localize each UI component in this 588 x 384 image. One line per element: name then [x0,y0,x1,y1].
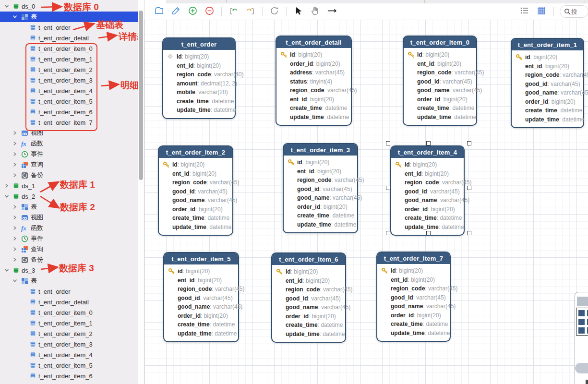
entity-field-order_id[interactable]: order_id: bigint(20) [280,60,348,69]
tree-item-t_ent_order[interactable]: t_ent_order [0,22,138,33]
entity-field-ent_id[interactable]: ent_id: bigint(20) [168,276,235,285]
entity-t_ent_order_item_3[interactable]: t_ent_order_item_3id: bigint(20)ent_id: … [283,143,358,233]
entity-field-region_code[interactable]: region_code: varchar(45) [276,285,342,294]
entity-field-region_code[interactable]: region_code: varchar(45) [408,68,473,77]
entity-field-create_time[interactable]: create_time: datetime [167,97,232,106]
minimap-viewport[interactable] [576,308,588,336]
tree-item-备份[interactable]: 备份 [0,170,138,180]
entity-t_ent_order_item_5[interactable]: t_ent_order_item_5id: bigint(20)ent_id: … [163,252,239,342]
chevron-right-icon[interactable] [12,162,18,168]
chevron-right-icon[interactable] [12,246,18,252]
chevron-down-icon[interactable] [12,278,18,284]
entity-field-good_name[interactable]: good_name: varchar(45) [381,302,447,311]
entity-field-update_time[interactable]: update_time: datetime [381,329,447,338]
entity-field-good_name[interactable]: good_name: varchar(45) [288,193,354,203]
entity-field-order_id[interactable]: order_id: bigint(20) [516,97,580,107]
entity-t_ent_order_item_2[interactable]: t_ent_order_item_2id: bigint(20)ent_id: … [158,145,233,236]
sidebar-scrollbar-thumb[interactable] [139,11,143,180]
tree-item-t_ent_order_item_0[interactable]: t_ent_order_item_0 [0,307,138,318]
chevron-down-icon[interactable] [4,193,10,199]
tree-item-t_ent_order_item_7[interactable]: t_ent_order_item_7 [0,117,138,128]
grid-button[interactable] [536,6,547,17]
entity-t_ent_order_item_7[interactable]: t_ent_order_item_7id: bigint(20)ent_id: … [376,252,451,342]
tree-item-事件[interactable]: 事件 [0,233,138,244]
connector-button[interactable] [326,6,337,17]
tree-item-t_ent_order_item_6[interactable]: t_ent_order_item_6 [0,107,138,117]
entity-field-good_name[interactable]: good_name: varchar(45) [276,303,342,312]
active-tab[interactable] [144,0,166,3]
entity-field-update_time[interactable]: update_time: datetime [288,220,354,229]
folder-button[interactable] [153,6,165,17]
entity-field-update_time[interactable]: update_time: datetime [395,223,461,232]
entity-field-mobile[interactable]: mobile: varchar(20) [167,88,232,97]
entity-field-ent_id[interactable]: ent_id: bigint(20) [163,169,229,179]
entity-field-good_name[interactable]: good_name: varchar(45) [163,196,229,205]
entity-field-update_time[interactable]: update_time: datetime [516,115,580,124]
entity-field-create_time[interactable]: create_time: datetime [280,104,348,113]
search-box[interactable] [560,5,588,18]
entity-field-update_time[interactable]: update_time: datetime [408,113,473,122]
tree-item-t_ent_order_item_6[interactable]: t_ent_order_item_6 [0,371,138,381]
chevron-right-icon[interactable] [12,225,18,231]
entity-t_ent_order_item_6[interactable]: t_ent_order_item_6id: bigint(20)ent_id: … [271,252,346,343]
entity-field-region_code[interactable]: region_code: varchar(45) [280,86,348,95]
entity-field-good_id[interactable]: good_id: varchar(45) [288,185,354,194]
chevron-down-icon[interactable] [4,3,10,9]
entity-field-ent_id[interactable]: ent_id: bigint(20) [276,276,342,286]
entity-t_ent_order_detail[interactable]: t_ent_order_detailid: bigint(20)order_id… [276,36,352,126]
tree-item-t_ent_order_item_0[interactable]: t_ent_order_item_0 [0,43,138,54]
tree-item-t_ent_order_item_4[interactable]: t_ent_order_item_4 [0,349,138,360]
entity-field-region_code[interactable]: region_code: varchar(45) [163,178,229,187]
selection-handle[interactable] [426,231,431,235]
tree-item-t_ent_order_item_1[interactable]: t_ent_order_item_1 [0,318,138,328]
redo-button[interactable] [244,6,256,17]
entity-field-id[interactable]: id: bigint(20) [381,266,447,276]
pencil-button[interactable] [170,6,181,17]
entity-t_ent_order_item_1[interactable]: t_ent_order_item_1id: bigint(20)ent_id: … [511,38,584,128]
minus-button[interactable] [204,6,215,17]
entity-field-amount[interactable]: amount: decimal(12, 2) [167,79,232,88]
entity-field-order_id[interactable]: order_id: bigint(20) [395,205,461,214]
entity-field-good_id[interactable]: good_id: varchar(45) [276,294,342,303]
tree-item-t_ent_order_item_5[interactable]: t_ent_order_item_5 [0,360,138,371]
entity-field-good_name[interactable]: good_name: varchar(45) [168,302,235,312]
entity-field-region_code[interactable]: region_code: varchar(40) [167,70,232,79]
entity-field-update_time[interactable]: update_time: datetime [168,329,235,338]
entity-field-create_time[interactable]: create_time: datetime [163,214,229,223]
plus-button[interactable] [187,6,198,17]
tree-item-t_ent_order_item_2[interactable]: t_ent_order_item_2 [0,328,138,339]
entity-field-ent_id[interactable]: ent_id: bigint(20) [516,62,580,71]
entity-field-region_code[interactable]: region_code: varchar(45) [395,178,461,187]
entity-field-create_time[interactable]: create_time: datetime [516,106,580,115]
entity-field-order_id[interactable]: order_id: bigint(20) [288,203,354,212]
entity-field-status[interactable]: status: tinyint(4) [280,77,348,86]
tree-item-ds_0[interactable]: ds_0 [0,1,138,12]
tree-item-表[interactable]: 表 [0,12,138,22]
tree-item-备份[interactable]: 备份 [0,254,138,265]
entity-field-good_name[interactable]: good_name: varchar(45) [395,196,461,205]
entity-field-id[interactable]: id: bigint(20) [163,160,229,169]
entity-field-good_id[interactable]: good_id: varchar(45) [163,187,229,196]
minimap-slider[interactable] [575,363,588,373]
chevron-right-icon[interactable] [12,130,18,136]
selection-handle[interactable] [386,186,390,190]
entity-t_ent_order_item_0[interactable]: t_ent_order_item_0id: bigint(20)ent_id: … [403,36,477,126]
entity-field-good_id[interactable]: good_id: varchar(45) [408,77,473,86]
entity-field-order_id[interactable]: order_id: bigint(20) [163,205,229,214]
entity-field-create_time[interactable]: create_time: datetime [395,214,461,223]
chevron-right-icon[interactable] [12,257,18,263]
selection-handle[interactable] [467,186,471,190]
refresh-button[interactable] [268,6,280,17]
entity-field-id[interactable]: id: bigint(20) [516,53,580,62]
entity-field-good_id[interactable]: good_id: varchar(45) [516,80,580,89]
list-button[interactable] [519,6,530,17]
tree-item-t_ent_order_item_1[interactable]: t_ent_order_item_1 [0,54,138,64]
entity-field-update_time[interactable]: update_time: datetime [163,223,229,232]
entity-field-create_time[interactable]: create_time: datetime [381,320,447,329]
tree-item-t_ent_order_item_4[interactable]: t_ent_order_item_4 [0,85,138,96]
tree-item-查询[interactable]: 查询 [0,244,138,254]
entity-field-create_time[interactable]: create_time: datetime [168,320,235,329]
tree-item-表[interactable]: 表 [0,276,138,286]
entity-field-id[interactable]: id: bigint(20) [168,267,235,276]
tree-item-t_ent_order_item_3[interactable]: t_ent_order_item_3 [0,339,138,349]
